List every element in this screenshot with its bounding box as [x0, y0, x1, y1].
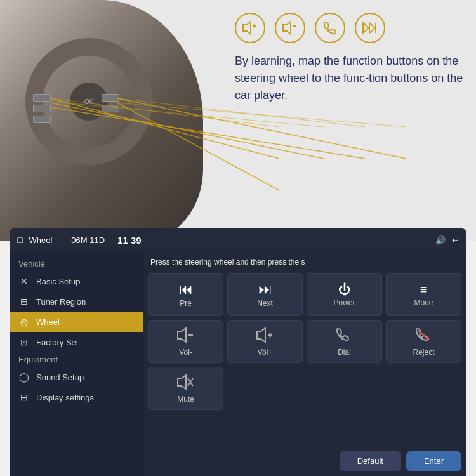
- sidebar-item-sound-setup[interactable]: ◯ Sound Setup: [10, 367, 143, 387]
- date-display: 06M 11D: [71, 235, 105, 245]
- phone-circle: [315, 13, 345, 43]
- vol-up-circle: [235, 13, 265, 43]
- description-text: By learning, map the function buttons on…: [235, 53, 463, 104]
- status-bar: □ Wheel 06M 11D 11 39 🔊 ↩: [10, 228, 466, 251]
- svg-marker-23: [178, 375, 186, 389]
- default-button[interactable]: Default: [340, 451, 401, 471]
- enter-button[interactable]: Enter: [406, 451, 461, 471]
- basic-setup-label: Basic Setup: [36, 277, 80, 286]
- vol-plus-label: Vol+: [258, 348, 273, 357]
- next-button[interactable]: ⏭ Next: [227, 273, 303, 316]
- instruction-text: Press the steering wheel and then press …: [148, 256, 461, 268]
- svg-marker-19: [257, 328, 265, 342]
- sidebar-item-tuner-region[interactable]: ⊟ Tuner Region: [10, 291, 143, 312]
- dial-label: Dial: [338, 348, 351, 357]
- mute-row: Mute: [148, 367, 461, 410]
- back-icon: ↩: [452, 235, 459, 245]
- power-icon: ⏻: [338, 283, 351, 296]
- mute-label: Mute: [177, 395, 194, 404]
- factory-set-label: Factory Set: [36, 338, 78, 347]
- reject-button[interactable]: Reject: [386, 320, 461, 363]
- vol-minus-label: Vol-: [179, 348, 192, 357]
- wheel-label: Wheel: [36, 317, 60, 327]
- sidebar: Vehicle ✕ Basic Setup ⊟ Tuner Region ◎ W…: [10, 251, 143, 476]
- sound-icon: ◯: [18, 372, 30, 382]
- mode-icon: ≡: [420, 283, 428, 296]
- icon-row: [235, 13, 463, 43]
- battery-icon: □: [17, 235, 22, 245]
- bottom-buttons: Default Enter: [148, 449, 461, 471]
- tuner-region-label: Tuner Region: [36, 297, 86, 307]
- right-panel: Press the steering wheel and then press …: [143, 251, 466, 476]
- vol-minus-icon: [176, 327, 195, 345]
- power-label: Power: [333, 298, 355, 307]
- reject-icon: [415, 327, 433, 345]
- sidebar-item-wheel[interactable]: ◎ Wheel: [10, 312, 143, 332]
- function-buttons-row1: ⏮ Pre ⏭ Next ⏻ Power ≡ Mode: [148, 273, 461, 316]
- dial-button[interactable]: Dial: [307, 320, 382, 363]
- mode-button[interactable]: ≡ Mode: [386, 273, 461, 316]
- top-section: OK: [0, 0, 476, 241]
- pre-button[interactable]: ⏮ Pre: [148, 273, 223, 316]
- section-equipment: Equipment: [10, 352, 143, 367]
- wheel-title: Wheel: [29, 235, 52, 245]
- reject-label: Reject: [413, 348, 434, 357]
- right-info: By learning, map the function buttons on…: [235, 13, 463, 104]
- svg-marker-14: [363, 23, 369, 33]
- svg-marker-9: [243, 22, 251, 34]
- vol-plus-button[interactable]: Vol+: [227, 320, 303, 363]
- vol-minus-button[interactable]: Vol-: [148, 320, 223, 363]
- main-content: Vehicle ✕ Basic Setup ⊟ Tuner Region ◎ W…: [10, 251, 466, 476]
- function-buttons-row2: Vol- Vol+: [148, 320, 461, 363]
- wrench-icon: ✕: [18, 276, 30, 286]
- mode-label: Mode: [414, 298, 433, 307]
- sidebar-item-display-settings[interactable]: ⊟ Display settings: [10, 387, 143, 407]
- next-icon: ⏭: [258, 282, 272, 296]
- time-display: 11 39: [117, 235, 142, 246]
- sidebar-item-factory-set[interactable]: ⊡ Factory Set: [10, 332, 143, 352]
- next-label: Next: [257, 299, 273, 308]
- display-settings-label: Display settings: [36, 393, 94, 402]
- speaker-icon: 🔊: [435, 235, 446, 245]
- sidebar-item-basic-setup[interactable]: ✕ Basic Setup: [10, 271, 143, 291]
- svg-marker-15: [369, 23, 375, 33]
- vol-plus-icon: [256, 327, 275, 345]
- camera-icon: ⊡: [18, 337, 30, 347]
- pre-label: Pre: [180, 299, 192, 308]
- sound-setup-label: Sound Setup: [36, 373, 84, 382]
- car-ui: □ Wheel 06M 11D 11 39 🔊 ↩ Vehicle ✕ Basi…: [10, 228, 466, 476]
- section-vehicle: Vehicle: [10, 256, 143, 271]
- mute-icon: [176, 374, 195, 392]
- svg-marker-17: [178, 328, 186, 342]
- dial-icon: [336, 327, 354, 345]
- vol-down-circle: [275, 13, 305, 43]
- power-button[interactable]: ⏻ Power: [307, 273, 382, 316]
- display-icon: ⊟: [18, 392, 30, 402]
- pre-icon: ⏮: [179, 282, 193, 296]
- wheel-icon: ◎: [18, 317, 30, 327]
- skip-circle: [355, 13, 385, 43]
- radio-icon: ⊟: [18, 296, 30, 307]
- mute-button[interactable]: Mute: [148, 367, 223, 410]
- steering-wheel-bg: OK: [0, 0, 203, 241]
- svg-marker-12: [283, 22, 291, 34]
